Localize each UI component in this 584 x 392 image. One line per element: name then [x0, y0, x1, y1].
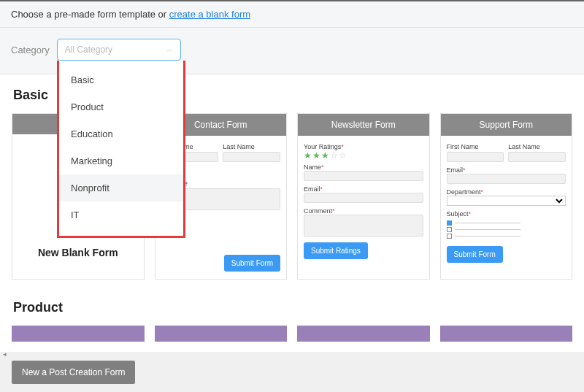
label-s-fname: First Name [447, 143, 504, 150]
category-filter-row: Category All Category ︿ Basic Product Ed… [0, 28, 584, 74]
submit-contact-button[interactable]: Submit Form [224, 255, 280, 272]
label-email: Email* [304, 185, 423, 193]
input-s-fname[interactable] [447, 152, 504, 162]
dropdown-item-nonprofit[interactable]: Nonprofit [59, 174, 183, 201]
submit-ratings-button[interactable]: Submit Ratings [304, 242, 368, 259]
product-card-header[interactable] [297, 326, 430, 342]
label-ratings: Your Ratings* [304, 143, 423, 150]
product-card-header[interactable] [12, 326, 145, 342]
new-post-creation-button[interactable]: New a Post Creation Form [12, 361, 135, 384]
product-card-header[interactable] [155, 326, 288, 342]
category-placeholder: All Category [65, 45, 112, 55]
card-body-newsletter: Your Ratings* ★★★☆☆ Name* Email* Comment… [298, 136, 429, 279]
create-blank-link[interactable]: create a blank form [169, 9, 250, 20]
blank-card-label: New Blank Form [38, 247, 118, 258]
footer-bar: ◂ New a Post Creation Form [0, 352, 584, 392]
dropdown-item-it[interactable]: IT [59, 201, 183, 228]
label-s-dept: Department* [447, 188, 566, 196]
subject-options[interactable] [447, 220, 566, 239]
input-comment[interactable] [304, 215, 423, 237]
section-title-product: Product [13, 300, 572, 315]
label-s-email: Email* [447, 166, 566, 174]
product-section: Product [0, 283, 584, 346]
dropdown-item-education[interactable]: Education [59, 120, 183, 147]
label-name: Name* [304, 164, 423, 171]
dropdown-item-basic[interactable]: Basic [59, 66, 183, 93]
top-instruction-text: Choose a pre-made form template or [11, 9, 169, 20]
input-email[interactable] [304, 193, 423, 203]
label-lname: Last Name [223, 143, 280, 150]
dropdown-item-product[interactable]: Product [59, 93, 183, 120]
template-card-newsletter[interactable]: Newsletter Form Your Ratings* ★★★☆☆ Name… [297, 113, 430, 280]
chevron-up-icon: ︿ [166, 45, 173, 55]
card-header-newsletter: Newsletter Form [298, 114, 429, 136]
chevron-left-icon[interactable]: ◂ [3, 350, 7, 358]
card-body-support: First Name Last Name Email* Department* … [441, 136, 572, 279]
category-select[interactable]: All Category ︿ [57, 39, 181, 61]
category-dropdown: Basic Product Education Marketing Nonpro… [57, 61, 185, 238]
label-subject: Subject* [447, 210, 566, 218]
category-label: Category [11, 45, 50, 55]
input-lname[interactable] [223, 152, 280, 162]
product-card-header[interactable] [440, 326, 573, 342]
submit-support-button[interactable]: Submit Form [447, 246, 503, 263]
label-comment: Comment* [304, 207, 423, 215]
star-rating-icon[interactable]: ★★★☆☆ [304, 150, 423, 161]
input-s-email[interactable] [447, 174, 566, 184]
input-s-lname[interactable] [508, 152, 566, 162]
card-header-support: Support Form [441, 114, 572, 136]
input-name[interactable] [304, 171, 423, 181]
dropdown-item-marketing[interactable]: Marketing [59, 147, 183, 174]
product-cards-row [12, 326, 572, 342]
select-department[interactable] [447, 196, 566, 206]
label-s-lname: Last Name [508, 143, 566, 150]
template-card-support[interactable]: Support Form First Name Last Name Email*… [440, 113, 573, 280]
top-instruction: Choose a pre-made form template or creat… [0, 0, 584, 28]
